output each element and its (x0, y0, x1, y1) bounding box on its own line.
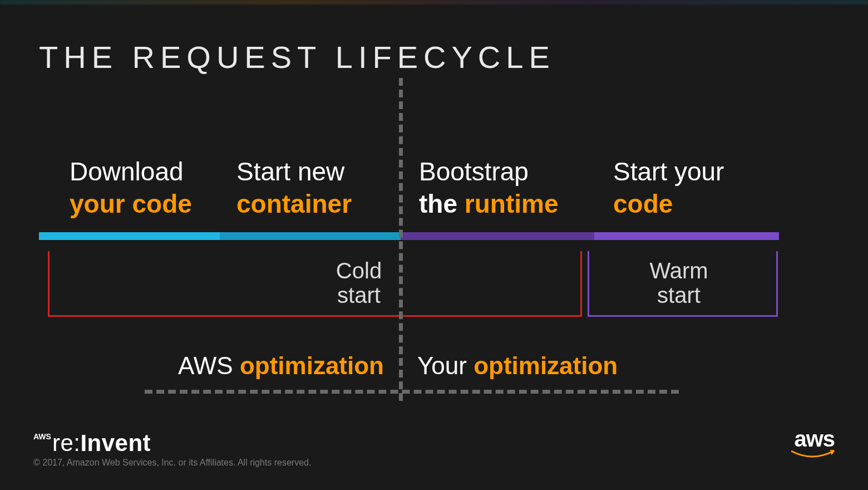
bar-segment-container (220, 232, 401, 240)
slide-title: THE REQUEST LIFECYCLE (39, 39, 555, 75)
phase-bootstrap-runtime: Bootstrap the runtime (401, 156, 595, 220)
horizontal-divider (145, 390, 679, 394)
phase-label-line2: container (236, 188, 401, 220)
reinvent-logo: AWSre:Invent (33, 430, 311, 457)
phase-label-line1: Start your (613, 156, 779, 188)
bar-segment-runtime (401, 232, 594, 240)
phase-label-line1: Bootstrap (419, 156, 595, 188)
start-boxes: Cold start Warm start (39, 251, 779, 329)
cold-start-label: Cold start (326, 258, 392, 307)
phase-start-code: Start your code (595, 156, 779, 220)
optimization-row: AWS optimization Your optimization (39, 352, 779, 380)
phase-start-container: Start new container (220, 156, 401, 220)
cold-start-bracket (48, 251, 582, 317)
phase-label-line1: Start new (236, 156, 401, 188)
your-optimization-label: Your optimization (401, 352, 618, 380)
bar-segment-download (39, 232, 220, 240)
phase-label-line1: Download (70, 156, 220, 188)
bar-segment-code (594, 232, 779, 240)
phase-label-line2: code (613, 188, 779, 220)
timeline-bar (39, 232, 779, 240)
warm-start-label: Warm start (640, 258, 718, 307)
aws-logo-text: aws (790, 428, 835, 450)
phase-label-line2: your code (70, 188, 220, 220)
aws-optimization-label: AWS optimization (39, 352, 401, 380)
top-decoration-bar (0, 0, 868, 4)
footer-right: aws (790, 428, 835, 463)
phase-download: Download your code (39, 156, 220, 220)
phase-labels-row: Download your code Start new container B… (39, 156, 779, 220)
footer-left: AWSre:Invent © 2017, Amazon Web Services… (33, 430, 311, 468)
lifecycle-diagram: Download your code Start new container B… (39, 156, 779, 329)
copyright-text: © 2017, Amazon Web Services, Inc. or its… (33, 458, 311, 468)
aws-smile-icon (790, 450, 835, 461)
phase-label-line2: the runtime (419, 188, 595, 220)
